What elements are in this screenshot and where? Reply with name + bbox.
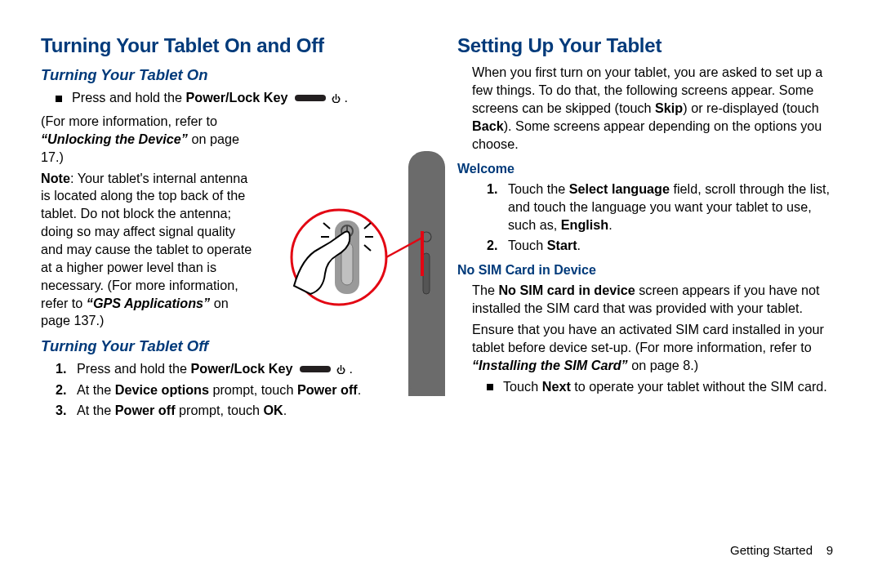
welcome-step-1: 1. Touch the Select language field, scro…	[487, 180, 841, 234]
nosim-p1: The No SIM card in device screen appears…	[472, 282, 841, 318]
left-column: Turning Your Tablet On and Off Turning Y…	[41, 33, 425, 555]
nosim-bullet-text: Touch Next to operate your tablet withou…	[503, 378, 827, 396]
page-footer: Getting Started 9	[730, 543, 833, 557]
svg-rect-8	[421, 231, 424, 276]
heading-on-off: Turning Your Tablet On and Off	[41, 33, 425, 59]
on-bullet: Press and hold the Power/Lock Key ⏻ .	[56, 89, 425, 108]
antenna-note: Note: Your tablet's internal antenna is …	[41, 170, 253, 331]
setup-intro: When you first turn on your tablet, you …	[472, 64, 841, 153]
svg-rect-0	[295, 95, 326, 101]
nosim-bullet: Touch Next to operate your tablet withou…	[487, 378, 841, 396]
off-step-3: 3. At the Power off prompt, touch OK.	[56, 402, 425, 420]
heading-no-sim: No SIM Card in Device	[457, 261, 841, 279]
on-bullet-text: Press and hold the Power/Lock Key ⏻ .	[72, 89, 348, 108]
power-button-illustration	[286, 151, 466, 396]
page-number: 9	[826, 543, 833, 557]
bullet-square-icon	[487, 384, 493, 390]
on-info-para: (For more information, refer to “Unlocki…	[41, 113, 253, 167]
section-name: Getting Started	[730, 543, 813, 557]
power-lock-key-icon	[295, 90, 329, 108]
welcome-steps: 1. Touch the Select language field, scro…	[487, 180, 841, 254]
bullet-square-icon	[56, 96, 62, 102]
right-column: Setting Up Your Tablet When you first tu…	[457, 33, 841, 555]
nosim-p2: Ensure that you have an activated SIM ca…	[472, 321, 841, 375]
heading-setup: Setting Up Your Tablet	[457, 33, 841, 59]
power-symbol-icon: ⏻	[332, 93, 341, 105]
svg-rect-5	[423, 253, 430, 294]
heading-welcome: Welcome	[457, 160, 841, 178]
manual-page: Turning Your Tablet On and Off Turning Y…	[0, 0, 882, 572]
heading-turn-on: Turning Your Tablet On	[41, 65, 425, 86]
welcome-step-2: 2. Touch Start.	[487, 237, 841, 255]
